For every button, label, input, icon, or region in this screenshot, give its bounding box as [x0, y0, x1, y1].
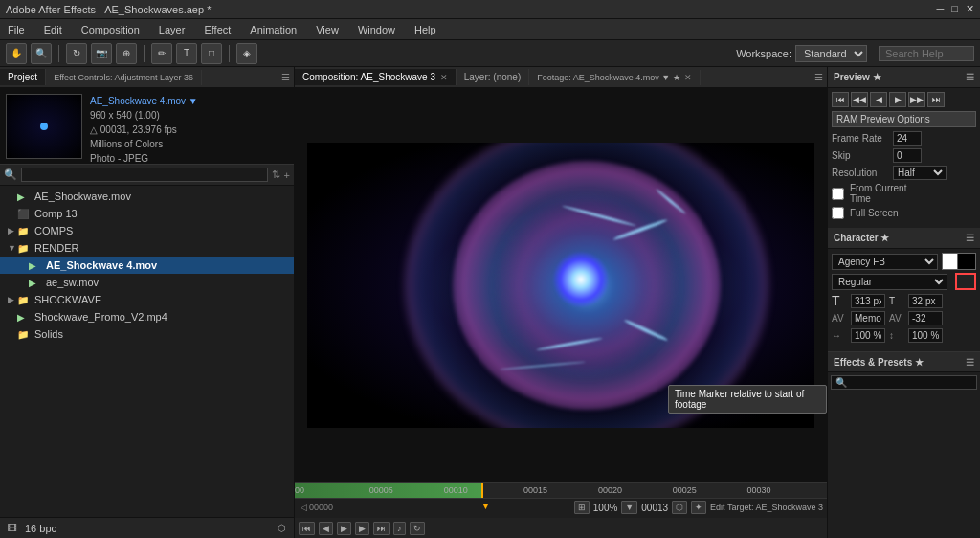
audio-btn[interactable]: ♪: [393, 522, 406, 535]
tool-zoom[interactable]: 🔍: [31, 43, 52, 64]
effects-search-input[interactable]: [831, 375, 977, 390]
shockwave-center: [552, 251, 610, 308]
menu-animation[interactable]: Animation: [246, 22, 301, 37]
tab-footage[interactable]: Footage: AE_Shockwave 4.mov ▼ ★ ✕: [529, 70, 701, 85]
font-select[interactable]: Agency FB: [832, 254, 938, 270]
transport-play[interactable]: ▶: [889, 92, 906, 107]
full-screen-checkbox[interactable]: [832, 207, 844, 219]
next-frame-btn[interactable]: ▶: [355, 522, 369, 535]
tool-rotate[interactable]: ↻: [66, 43, 87, 64]
close-button[interactable]: ✕: [966, 3, 974, 15]
end-btn[interactable]: ⏭: [373, 522, 390, 535]
resolution-select[interactable]: HalfFullQuarter: [893, 166, 947, 180]
from-current-checkbox[interactable]: [832, 188, 844, 200]
minimize-button[interactable]: ─: [937, 3, 945, 15]
tool-pen[interactable]: ✏: [151, 43, 172, 64]
menu-help[interactable]: Help: [411, 22, 440, 37]
t-small-icon: T: [889, 296, 904, 306]
kerning-input[interactable]: [908, 311, 943, 325]
tree-item-shockwave-promo[interactable]: ▶ Shockwave_Promo_V2.mp4: [0, 308, 294, 325]
effects-panel-menu[interactable]: ☰: [966, 357, 974, 368]
toolbar-separator: [58, 45, 59, 62]
tab-layer[interactable]: Layer: (none): [457, 69, 529, 85]
tree-item-comps[interactable]: ▶ 📁 COMPS: [0, 222, 294, 239]
project-add-icon[interactable]: +: [284, 169, 290, 181]
viewer-panel-menu[interactable]: ☰: [811, 72, 827, 82]
tree-item-ae-shockwave4[interactable]: ▶ AE_Shockwave 4.mov: [0, 257, 294, 274]
skip-input[interactable]: [893, 148, 922, 163]
play-btn[interactable]: ▶: [337, 522, 351, 535]
menu-file[interactable]: File: [4, 22, 29, 37]
new-item-btn[interactable]: 🎞: [4, 522, 21, 534]
tree-item-render[interactable]: ▼ 📁 RENDER: [0, 239, 294, 257]
project-sort-icon[interactable]: ⇅: [272, 168, 280, 181]
scrubber-ruler: ▼ ◁ 00000 ⊞ 100% ▼ 00013 ⬡ ✦ Edit Target…: [295, 499, 827, 518]
transport-fwd[interactable]: ▶▶: [908, 92, 925, 107]
tree-item-ae-sw-mov[interactable]: ▶ ae_sw.mov: [0, 274, 294, 291]
reset-btn[interactable]: ⏮: [299, 522, 315, 535]
tool-type[interactable]: T: [176, 43, 197, 64]
search-help-input[interactable]: [879, 46, 974, 61]
menu-edit[interactable]: Edit: [40, 22, 66, 37]
workspace-select[interactable]: Standard: [795, 45, 867, 62]
tool-puppet[interactable]: ◈: [236, 43, 257, 64]
h-scale-input[interactable]: [851, 328, 885, 343]
menu-composition[interactable]: Composition: [78, 22, 144, 37]
comp-tab-close[interactable]: ✕: [440, 73, 448, 82]
tree-item-solids[interactable]: 📁 Solids: [0, 325, 294, 343]
full-screen-label: Full Screen: [850, 208, 907, 218]
panel-menu-icon[interactable]: ☰: [278, 72, 294, 82]
prev-frame-btn[interactable]: ◀: [319, 522, 333, 535]
font-size-input[interactable]: [851, 294, 885, 308]
menu-effect[interactable]: Effect: [200, 22, 234, 37]
tab-composition[interactable]: Composition: AE_Shockwave 3 ✕: [295, 69, 457, 85]
tracking-input[interactable]: [851, 311, 885, 325]
tool-camera[interactable]: 📷: [91, 43, 112, 64]
menu-layer[interactable]: Layer: [155, 22, 189, 37]
tool-hand[interactable]: ✋: [6, 43, 27, 64]
tab-effect-controls[interactable]: Effect Controls: Adjustment Layer 36: [46, 70, 202, 85]
font-row: Agency FB: [832, 253, 976, 270]
style-select[interactable]: Regular: [832, 274, 947, 290]
project-search-input[interactable]: [21, 168, 268, 182]
transport-first[interactable]: ⏮: [832, 92, 849, 107]
ram-preview-button[interactable]: RAM Preview Options: [832, 111, 976, 127]
character-panel-menu[interactable]: ☰: [966, 233, 974, 243]
tree-item-comp13[interactable]: ⬛ Comp 13: [0, 205, 294, 222]
footage-tab-close[interactable]: ✕: [684, 73, 692, 82]
tool-orbit[interactable]: ⊕: [116, 43, 137, 64]
project-search-bar: 🔍 ⇅ +: [0, 165, 294, 186]
video-icon: ▶: [17, 312, 33, 323]
frame-rate-input[interactable]: [893, 131, 922, 146]
stroke-color[interactable]: [957, 253, 976, 270]
flow-chart-btn[interactable]: ⬡: [274, 522, 290, 534]
tracking-row: AV AV: [832, 311, 976, 325]
transport-prev[interactable]: ◀◀: [851, 92, 868, 107]
transport-back[interactable]: ◀: [870, 92, 887, 107]
t-icon: T: [832, 293, 847, 308]
zoom-btn[interactable]: ▼: [621, 501, 637, 514]
effects-search: [828, 372, 980, 392]
grid-btn[interactable]: ⊞: [574, 501, 590, 514]
leading-input[interactable]: [908, 294, 943, 308]
tree-item-ae-shockwave-mov[interactable]: ▶ AE_Shockwave.mov: [0, 188, 294, 205]
preview-panel-menu[interactable]: ☰: [966, 72, 974, 82]
menu-window[interactable]: Window: [354, 22, 399, 37]
video-icon: ▶: [29, 278, 44, 288]
render-btn[interactable]: ✦: [691, 501, 706, 514]
tree-label: Solids: [34, 328, 63, 340]
loop-btn[interactable]: ↻: [410, 522, 425, 535]
transport-last[interactable]: ⏭: [927, 92, 945, 107]
tab-project[interactable]: Project: [0, 69, 46, 85]
v-scale-input[interactable]: [908, 328, 943, 343]
scrubber-track[interactable]: 00 00005 00010 00015 00020 00025 00030: [295, 483, 827, 499]
tool-shape[interactable]: □: [201, 43, 222, 64]
tree-item-shockwave[interactable]: ▶ 📁 SHOCKWAVE: [0, 291, 294, 308]
color-swatch[interactable]: [955, 273, 976, 290]
tc-display: 00013: [641, 503, 668, 513]
thumbnail-image: [6, 94, 82, 159]
mask-btn[interactable]: ⬡: [672, 501, 687, 514]
app-title: Adobe After Effects - AE_Shockwaves.aep …: [6, 4, 211, 15]
menu-view[interactable]: View: [312, 22, 343, 37]
maximize-button[interactable]: □: [951, 3, 958, 15]
